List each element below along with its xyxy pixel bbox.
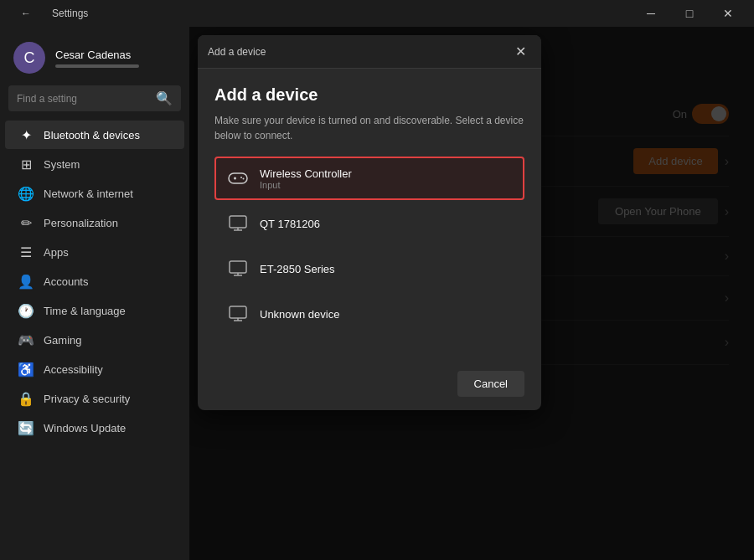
avatar-letter: C xyxy=(24,49,35,67)
personalization-icon: ✏ xyxy=(18,215,34,230)
cancel-button[interactable]: Cancel xyxy=(457,371,524,397)
sidebar-item-accounts[interactable]: 👤 Accounts xyxy=(5,267,184,295)
sidebar-item-label: Accounts xyxy=(44,275,88,288)
user-bar xyxy=(55,64,139,68)
device-list: Wireless Controller Input xyxy=(214,157,524,336)
title-bar: ← Settings ─ □ ✕ xyxy=(0,0,754,27)
gaming-icon: 🎮 xyxy=(18,332,34,347)
sidebar-item-label: Gaming xyxy=(44,334,82,347)
wireless-controller-name: Wireless Controller xyxy=(260,167,352,180)
sidebar-item-label: Apps xyxy=(44,246,69,259)
dialog-close-button[interactable]: ✕ xyxy=(510,42,531,61)
sidebar-item-label: Network & internet xyxy=(44,188,133,200)
et-info: ET-2850 Series xyxy=(260,263,335,275)
wireless-controller-sub: Input xyxy=(260,180,352,190)
user-name: Cesar Cadenas xyxy=(55,49,139,61)
avatar: C xyxy=(13,42,45,74)
sidebar: C Cesar Cadenas 🔍 ✦ Bluetooth & devices … xyxy=(0,27,189,560)
svg-rect-0 xyxy=(229,173,247,183)
sidebar-item-gaming[interactable]: 🎮 Gaming xyxy=(5,326,184,354)
add-device-dialog: Add a device ✕ Add a device Make sure yo… xyxy=(198,35,541,410)
qt-info: QT 1781206 xyxy=(260,218,320,230)
sidebar-item-apps[interactable]: ☰ Apps xyxy=(5,238,184,266)
svg-rect-8 xyxy=(230,261,246,273)
back-icon: ← xyxy=(21,8,31,19)
sidebar-item-bluetooth[interactable]: ✦ Bluetooth & devices xyxy=(5,121,184,149)
close-button[interactable]: ✕ xyxy=(709,0,747,27)
sidebar-item-label: Accessibility xyxy=(44,363,103,376)
wireless-controller-info: Wireless Controller Input xyxy=(260,167,352,190)
sidebar-item-personalization[interactable]: ✏ Personalization xyxy=(5,208,184,237)
svg-point-3 xyxy=(240,177,242,178)
sidebar-item-update[interactable]: 🔄 Windows Update xyxy=(5,414,184,442)
title-bar-controls: ─ □ ✕ xyxy=(632,0,747,27)
sidebar-item-network[interactable]: 🌐 Network & internet xyxy=(5,179,184,208)
sidebar-item-label: System xyxy=(44,158,80,171)
dialog-footer: Cancel xyxy=(198,362,541,410)
svg-rect-5 xyxy=(230,216,246,228)
time-icon: 🕐 xyxy=(18,303,34,318)
user-info: Cesar Cadenas xyxy=(55,49,139,68)
apps-icon: ☰ xyxy=(18,244,34,259)
dialog-titlebar-text: Add a device xyxy=(208,46,266,58)
close-icon: ✕ xyxy=(723,7,733,20)
search-icon: 🔍 xyxy=(156,90,173,106)
sidebar-item-system[interactable]: ⊞ System xyxy=(5,150,184,178)
dialog-body: Add a device Make sure your device is tu… xyxy=(198,69,541,362)
device-item-unknown[interactable]: Unknown device xyxy=(214,292,524,336)
back-button[interactable]: ← xyxy=(7,0,45,27)
sidebar-item-time[interactable]: 🕐 Time & language xyxy=(5,296,184,325)
app-title: Settings xyxy=(52,8,88,19)
device-item-et[interactable]: ET-2850 Series xyxy=(214,247,524,290)
wireless-controller-icon xyxy=(226,167,250,190)
nav-list: ✦ Bluetooth & devices ⊞ System 🌐 Network… xyxy=(0,120,189,560)
sidebar-item-privacy[interactable]: 🔒 Privacy & security xyxy=(5,384,184,413)
dialog-titlebar: Add a device ✕ xyxy=(198,35,541,69)
minimize-button[interactable]: ─ xyxy=(632,0,670,27)
svg-rect-11 xyxy=(230,306,246,318)
sidebar-item-label: Personalization xyxy=(44,217,118,229)
device-item-qt[interactable]: QT 1781206 xyxy=(214,202,524,245)
dialog-subtitle: Make sure your device is turned on and d… xyxy=(214,113,524,143)
sidebar-item-accessibility[interactable]: ♿ Accessibility xyxy=(5,355,184,383)
sidebar-item-label: Windows Update xyxy=(44,422,126,434)
sidebar-item-label: Bluetooth & devices xyxy=(44,129,140,141)
svg-point-4 xyxy=(243,178,245,180)
app-body: C Cesar Cadenas 🔍 ✦ Bluetooth & devices … xyxy=(0,27,754,560)
search-box[interactable]: 🔍 xyxy=(8,85,181,111)
update-icon: 🔄 xyxy=(18,420,34,435)
device-item-wireless-controller[interactable]: Wireless Controller Input xyxy=(214,157,524,200)
minimize-icon: ─ xyxy=(647,7,655,20)
accounts-icon: 👤 xyxy=(18,274,34,289)
user-section: C Cesar Cadenas xyxy=(0,33,189,85)
unknown-icon xyxy=(226,302,250,326)
unknown-info: Unknown device xyxy=(260,308,339,321)
sidebar-item-label: Privacy & security xyxy=(44,393,130,405)
accessibility-icon: ♿ xyxy=(18,362,34,377)
dialog-heading: Add a device xyxy=(214,85,524,105)
bluetooth-icon: ✦ xyxy=(18,127,34,142)
maximize-icon: □ xyxy=(686,7,693,20)
et-icon xyxy=(226,257,250,280)
sidebar-item-label: Time & language xyxy=(44,305,126,317)
main-content: Bluetooth & devices On Add device › xyxy=(189,27,754,560)
title-bar-left: ← Settings xyxy=(7,0,88,27)
privacy-icon: 🔒 xyxy=(18,391,34,406)
maximize-button[interactable]: □ xyxy=(670,0,709,27)
unknown-name: Unknown device xyxy=(260,308,339,321)
qt-icon xyxy=(226,212,250,235)
network-icon: 🌐 xyxy=(18,186,34,201)
system-icon: ⊞ xyxy=(18,157,34,172)
qt-name: QT 1781206 xyxy=(260,218,320,230)
modal-backdrop: Add a device ✕ Add a device Make sure yo… xyxy=(189,27,754,560)
et-name: ET-2850 Series xyxy=(260,263,335,275)
search-input[interactable] xyxy=(17,93,149,105)
